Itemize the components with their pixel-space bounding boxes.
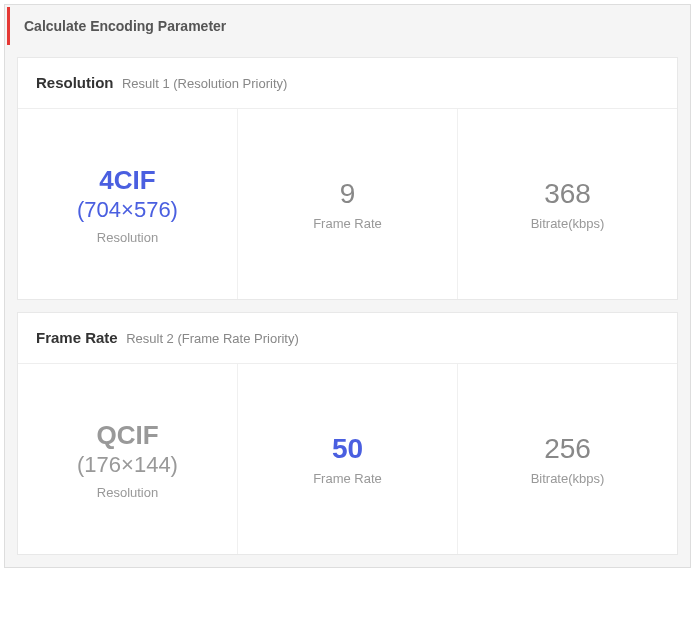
result-2-header: Frame Rate Result 2 (Frame Rate Priority… [18,313,677,364]
result-2-resolution-label: Resolution [97,485,158,500]
result-2-resolution-dims: (176×144) [77,451,178,479]
result-2-bitrate-value: 256 [544,432,591,466]
result-1-body: 4CIF (704×576) Resolution 9 Frame Rate 3… [18,109,677,299]
result-2-header-secondary: Result 2 (Frame Rate Priority) [126,331,299,346]
result-1-frame-rate-label: Frame Rate [313,216,382,231]
result-2-resolution-name: QCIF [96,419,158,452]
result-2-frame-rate-label: Frame Rate [313,471,382,486]
result-2-bitrate-label: Bitrate(kbps) [531,471,605,486]
panel-header: Calculate Encoding Parameter [7,7,690,45]
result-1-bitrate-value: 368 [544,177,591,211]
result-1-frame-rate-value: 9 [340,177,356,211]
result-1-resolution-cell: 4CIF (704×576) Resolution [18,109,238,299]
result-1-resolution-name: 4CIF [99,164,155,197]
result-card-2: Frame Rate Result 2 (Frame Rate Priority… [17,312,678,555]
result-1-header-primary: Resolution [36,74,114,91]
result-2-bitrate-cell: 256 Bitrate(kbps) [458,364,677,554]
panel-title: Calculate Encoding Parameter [24,18,226,34]
result-1-frame-rate-cell: 9 Frame Rate [238,109,458,299]
result-2-resolution-cell: QCIF (176×144) Resolution [18,364,238,554]
result-2-header-primary: Frame Rate [36,329,118,346]
result-1-header: Resolution Result 1 (Resolution Priority… [18,58,677,109]
result-1-bitrate-cell: 368 Bitrate(kbps) [458,109,677,299]
result-2-frame-rate-cell: 50 Frame Rate [238,364,458,554]
encoding-parameter-panel: Calculate Encoding Parameter Resolution … [4,4,691,568]
result-1-header-secondary: Result 1 (Resolution Priority) [122,76,287,91]
result-2-body: QCIF (176×144) Resolution 50 Frame Rate … [18,364,677,554]
result-1-resolution-label: Resolution [97,230,158,245]
result-1-resolution-dims: (704×576) [77,196,178,224]
result-2-frame-rate-value: 50 [332,432,363,466]
result-1-bitrate-label: Bitrate(kbps) [531,216,605,231]
result-card-1: Resolution Result 1 (Resolution Priority… [17,57,678,300]
